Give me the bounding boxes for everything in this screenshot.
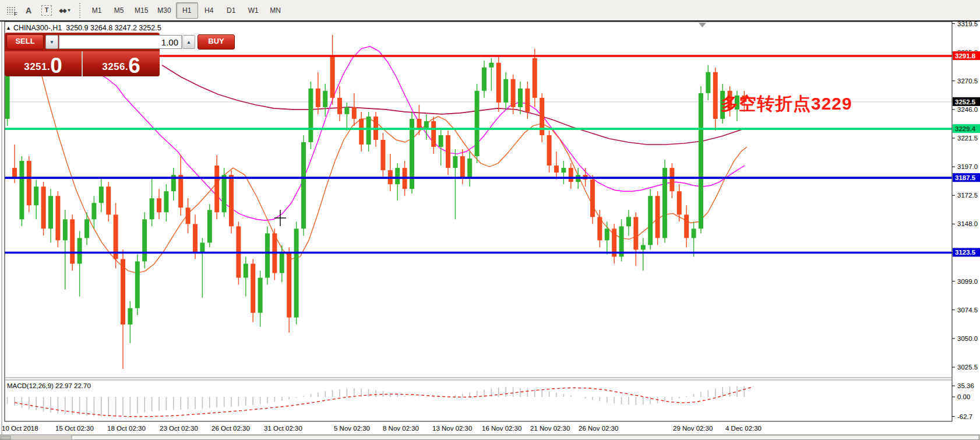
candle-down: [547, 135, 552, 166]
candle-up: [244, 264, 248, 278]
candle-up: [222, 175, 227, 212]
candle-down: [669, 168, 674, 191]
candle-down: [27, 161, 31, 205]
candle-up: [344, 107, 349, 114]
candle-up: [207, 210, 212, 242]
horizontal-scrollbar[interactable]: [72, 435, 979, 440]
macd-indicator-label: MACD(12,26,9) 22.97 22.70: [7, 382, 91, 389]
time-axis-label: 29 Nov 02:30: [673, 425, 713, 432]
candles: [5, 35, 747, 369]
candle-up: [294, 228, 299, 317]
candle-up: [301, 142, 306, 228]
candle-down: [633, 217, 638, 249]
candle-up: [706, 72, 710, 93]
candle-up: [84, 219, 89, 238]
current-price-label: 3252.5: [955, 98, 976, 105]
candle-down: [597, 217, 602, 240]
candle-up: [200, 242, 205, 252]
time-axis-label: 15 Oct 02:30: [55, 425, 94, 432]
candle-up: [699, 93, 703, 229]
candle-up: [626, 217, 631, 226]
macd-axis-label: 0.00: [957, 393, 970, 400]
hline-price-label: 3187.5: [955, 174, 976, 181]
candle-down: [193, 224, 198, 252]
timeframe-button-m5[interactable]: M5: [108, 2, 130, 19]
candle-down: [157, 198, 161, 212]
timeframe-button-h4[interactable]: H4: [198, 2, 220, 19]
sell-price-panel[interactable]: 3251.0: [5, 51, 82, 76]
timeframe-button-w1[interactable]: W1: [242, 2, 265, 19]
candle-up: [467, 159, 472, 177]
volume-input[interactable]: [59, 35, 182, 49]
candle-up: [692, 228, 696, 238]
timeframe-button-m1[interactable]: M1: [86, 2, 108, 19]
time-axis-label: 10 Oct 2018: [2, 425, 38, 432]
candle-down: [511, 79, 516, 107]
chart-window-icon[interactable]: F: [3, 3, 18, 18]
macd-axis-label: 35.36: [957, 382, 974, 389]
candle-up: [605, 228, 609, 240]
candle-up: [395, 168, 400, 184]
candle-down: [677, 191, 682, 214]
buy-price-panel[interactable]: 3256.6: [83, 51, 160, 76]
candle-down: [590, 179, 595, 217]
buy-button[interactable]: BUY: [198, 34, 235, 50]
one-click-trade-panel: SELL ▼ ▲ BUY 3251.0 3256.6: [5, 33, 160, 76]
volume-increase-button[interactable]: ▲: [182, 35, 195, 49]
candle-up: [258, 278, 263, 313]
bottom-bar-handle[interactable]: [1, 436, 10, 439]
time-axis-label: 8 Nov 02:30: [383, 425, 419, 432]
slow-ma-line: [162, 65, 746, 145]
toolbar-separator: [79, 3, 80, 18]
time-axis-label: 13 Nov 02:30: [432, 425, 472, 432]
candle-down: [446, 135, 450, 168]
price-axis-tick-label: 3074.5: [957, 307, 978, 314]
price-axis-tick-label: 3246.0: [957, 106, 978, 113]
toolbar: FAT◆◆▾ M1M5M15M30H1H4D1W1MN: [0, 0, 980, 22]
volume-decrease-button[interactable]: ▼: [45, 35, 58, 49]
chart-annotation-text[interactable]: 多空转折点3229: [721, 92, 852, 116]
time-axis-label: 31 Oct 02:30: [264, 425, 302, 432]
candle-up: [164, 191, 168, 212]
candle-up: [641, 245, 646, 249]
candle-down: [431, 121, 436, 147]
timeframe-button-m15[interactable]: M15: [130, 2, 153, 19]
candle-up: [424, 121, 429, 128]
candle-up: [475, 91, 480, 156]
candle-up: [561, 168, 566, 173]
timeframe-button-h1[interactable]: H1: [176, 2, 198, 19]
timeframe-button-mn[interactable]: MN: [265, 2, 287, 19]
candle-up: [482, 68, 487, 91]
candle-down: [316, 89, 320, 107]
text-label-icon[interactable]: A: [21, 3, 36, 18]
text-box-icon[interactable]: T: [39, 3, 54, 18]
timeframe-button-d1[interactable]: D1: [220, 2, 242, 19]
candle-up: [439, 135, 443, 147]
symbol-collapse-icon[interactable]: ▲: [6, 25, 11, 31]
price-axis-tick-label: 3221.5: [957, 135, 978, 142]
candle-down: [106, 186, 111, 214]
price-axis-tick-label: 3270.5: [957, 78, 978, 85]
candle-down: [229, 175, 234, 226]
candle-down: [533, 58, 537, 98]
buy-price-big-digit: 6: [128, 57, 140, 75]
time-axis-label: 5 Nov 02:30: [334, 425, 370, 432]
candle-up: [308, 89, 313, 142]
hline-price-label: 3123.5: [955, 249, 976, 256]
macd-axis-label: -62.7: [957, 413, 972, 420]
buy-price-main: 3256: [102, 61, 125, 73]
candle-up: [489, 63, 493, 68]
candle-up: [48, 196, 53, 228]
candle-up: [91, 203, 96, 219]
candle-down: [186, 207, 191, 224]
candle-up: [128, 308, 132, 325]
candle-up: [77, 238, 82, 263]
time-axis-label: 26 Oct 02:30: [211, 425, 250, 432]
candle-down: [460, 156, 465, 177]
sell-button[interactable]: SELL: [6, 34, 44, 50]
timeframe-button-m30[interactable]: M30: [153, 2, 175, 19]
chart-shift-marker[interactable]: [699, 23, 706, 27]
price-axis-tick-label: 3025.5: [957, 364, 978, 371]
shapes-dropdown-icon[interactable]: ◆◆▾: [57, 3, 72, 18]
candle-up: [135, 262, 140, 308]
